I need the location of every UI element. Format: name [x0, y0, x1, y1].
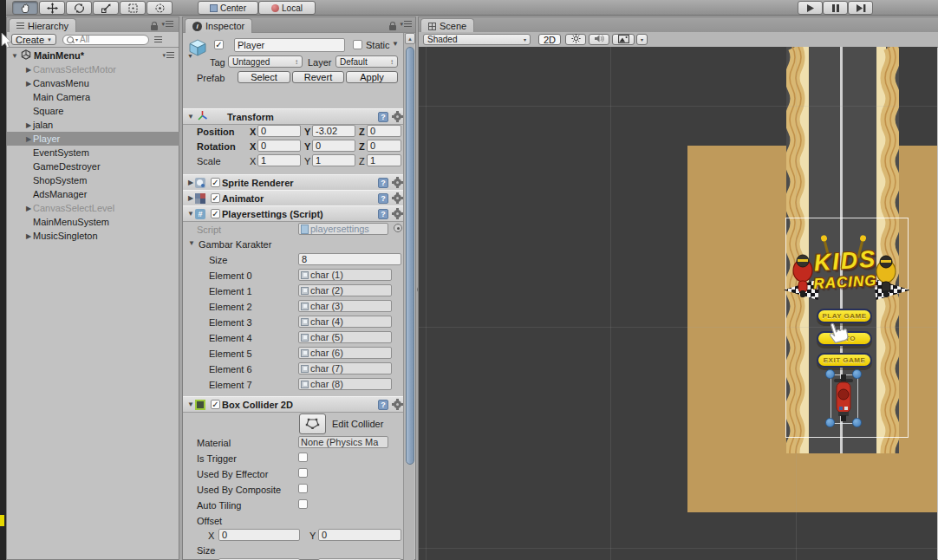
- scene-foldout[interactable]: ▼: [10, 52, 19, 60]
- layer-dropdown[interactable]: Default↕: [335, 55, 398, 68]
- tab-hierarchy[interactable]: Hierarchy: [9, 18, 76, 33]
- transform-help-icon[interactable]: [378, 112, 388, 122]
- element-0-field[interactable]: char (1): [298, 269, 392, 281]
- hierarchy-item-gamedestroyer[interactable]: GameDestroyer: [7, 160, 205, 173]
- gameobject-icon-dropdown[interactable]: ▼: [187, 53, 193, 59]
- is-trigger-checkbox[interactable]: [298, 453, 308, 462]
- step-button[interactable]: [848, 1, 873, 15]
- scene-viewport[interactable]: KIDS RACING PLAY GAME MOTO EXIT GAME: [419, 47, 937, 560]
- transform-gear-icon[interactable]: [394, 113, 401, 120]
- scrollbar-thumb[interactable]: [406, 47, 414, 465]
- inspector-pane-menu[interactable]: ▾: [400, 21, 412, 28]
- prefab-select-button[interactable]: Select: [238, 71, 290, 83]
- auto-tiling-checkbox[interactable]: [298, 499, 308, 509]
- box-collider-checkbox[interactable]: ✓: [211, 400, 220, 409]
- script-field[interactable]: playersettings: [298, 223, 388, 235]
- transform-tool-button[interactable]: [147, 1, 173, 15]
- pane-menu-icon[interactable]: ▾: [161, 21, 173, 28]
- scale-tool-button[interactable]: [93, 1, 119, 15]
- inspector-scrollbar[interactable]: ▲: [403, 33, 414, 560]
- scale-y-field[interactable]: 1: [312, 154, 355, 166]
- hierarchy-item-musicsingleton[interactable]: ▶MusicSingleton: [7, 229, 179, 243]
- sprite-renderer-gear-icon[interactable]: [394, 179, 401, 186]
- sprite-renderer-foldout[interactable]: ▶: [186, 179, 195, 186]
- pivot-local-button[interactable]: Local: [258, 1, 316, 15]
- audio-toggle-button[interactable]: [589, 34, 609, 45]
- hierarchy-item-adsmanager[interactable]: AdsManager: [7, 187, 205, 201]
- array-foldout[interactable]: ▼: [187, 239, 196, 247]
- playersettings-checkbox[interactable]: ✓: [211, 209, 220, 218]
- rotation-y-field[interactable]: 0: [312, 140, 355, 152]
- offset-y-field[interactable]: 0: [318, 529, 401, 541]
- tab-scene[interactable]: Scene: [420, 18, 474, 33]
- rotation-x-field[interactable]: 0: [257, 140, 301, 152]
- pause-button[interactable]: [823, 1, 848, 15]
- playersettings-help-icon[interactable]: [378, 209, 388, 219]
- hierarchy-item-player[interactable]: ▶Player: [7, 132, 179, 146]
- scroll-up-button[interactable]: ▲: [405, 33, 415, 44]
- box-collider-gear-icon[interactable]: [394, 400, 401, 408]
- rect-handle-bottomright[interactable]: [852, 418, 862, 427]
- hierarchy-item-main-camera[interactable]: Main Camera: [7, 90, 205, 104]
- hierarchy-sort-icon[interactable]: [154, 35, 162, 45]
- create-button[interactable]: Create ▼: [11, 34, 56, 45]
- lock-icon[interactable]: [151, 22, 158, 32]
- scene-row-menu[interactable]: ▾: [162, 52, 174, 59]
- prefab-revert-button[interactable]: Revert: [292, 71, 344, 83]
- position-z-field[interactable]: 0: [367, 125, 401, 137]
- offset-x-field[interactable]: 0: [218, 529, 300, 541]
- rect-handle-bottomleft[interactable]: [825, 418, 835, 427]
- transform-foldout[interactable]: ▼: [186, 113, 195, 120]
- box-collider-header[interactable]: ▼ ✓ Box Collider 2D: [183, 396, 405, 413]
- exit-game-button-sprite[interactable]: EXIT GAME: [817, 353, 872, 368]
- rect-tool-button[interactable]: [120, 1, 146, 15]
- gameobject-name-field[interactable]: Player: [234, 38, 345, 52]
- gameobject-active-checkbox[interactable]: ✓: [214, 40, 224, 49]
- playersettings-foldout[interactable]: ▼: [186, 210, 195, 218]
- used-by-effector-checkbox[interactable]: [298, 468, 308, 478]
- scale-x-field[interactable]: 1: [257, 154, 301, 166]
- hierarchy-item-jalan[interactable]: ▶jalan: [7, 118, 179, 132]
- lighting-toggle-button[interactable]: [565, 34, 586, 45]
- box-collider-help-icon[interactable]: [378, 400, 388, 410]
- player-car-sprite[interactable]: [831, 374, 857, 424]
- playersettings-header[interactable]: ▼ # ✓ Playersettings (Script): [183, 205, 405, 222]
- position-x-field[interactable]: 0: [257, 125, 301, 137]
- hand-tool-button[interactable]: [12, 1, 38, 15]
- position-y-field[interactable]: -3.02: [312, 125, 355, 137]
- animator-header[interactable]: ▶ ✓ Animator: [183, 190, 405, 206]
- hierarchy-scene-row[interactable]: ▼ MainMenu* ▾: [7, 49, 179, 62]
- hierarchy-item-canvasselectmotor[interactable]: ▶CanvasSelectMotor: [7, 62, 179, 76]
- move-tool-button[interactable]: [39, 1, 65, 15]
- array-size-field[interactable]: 8: [298, 253, 401, 265]
- inspector-lock-icon[interactable]: [389, 22, 396, 32]
- element-2-field[interactable]: char (3): [298, 300, 392, 312]
- element-3-field[interactable]: char (4): [298, 316, 392, 328]
- static-dropdown-icon[interactable]: ▼: [392, 40, 399, 48]
- hierarchy-item-mainmenusystem[interactable]: MainMenuSystem: [7, 215, 205, 229]
- static-checkbox[interactable]: [353, 40, 362, 49]
- used-by-composite-checkbox[interactable]: [298, 484, 308, 493]
- tab-inspector[interactable]: i Inspector: [185, 18, 252, 33]
- gizmos-button[interactable]: [612, 34, 635, 45]
- rotation-z-field[interactable]: 0: [367, 140, 401, 152]
- sprite-renderer-checkbox[interactable]: ✓: [211, 178, 220, 187]
- rotate-tool-button[interactable]: [66, 1, 92, 15]
- hierarchy-item-shopsystem[interactable]: ShopSystem: [7, 173, 205, 187]
- playersettings-gear-icon[interactable]: [394, 210, 401, 218]
- element-4-field[interactable]: char (5): [298, 331, 392, 343]
- pivot-center-button[interactable]: Center: [198, 1, 258, 15]
- transform-header[interactable]: ▼ Transform: [183, 108, 405, 125]
- animator-gear-icon[interactable]: [394, 194, 401, 202]
- edit-collider-button[interactable]: [299, 413, 326, 434]
- box-collider-foldout[interactable]: ▼: [186, 400, 195, 408]
- animator-checkbox[interactable]: ✓: [211, 193, 220, 203]
- element-7-field[interactable]: char (8): [298, 378, 392, 390]
- script-picker-icon[interactable]: [394, 224, 402, 232]
- material-field[interactable]: None (Physics Ma: [298, 436, 388, 448]
- tag-dropdown[interactable]: Untagged↕: [228, 55, 303, 68]
- hierarchy-item-canvasmenu[interactable]: ▶CanvasMenu: [7, 76, 179, 90]
- animator-foldout[interactable]: ▶: [186, 194, 195, 202]
- play-button[interactable]: [798, 1, 823, 15]
- element-5-field[interactable]: char (6): [298, 347, 392, 359]
